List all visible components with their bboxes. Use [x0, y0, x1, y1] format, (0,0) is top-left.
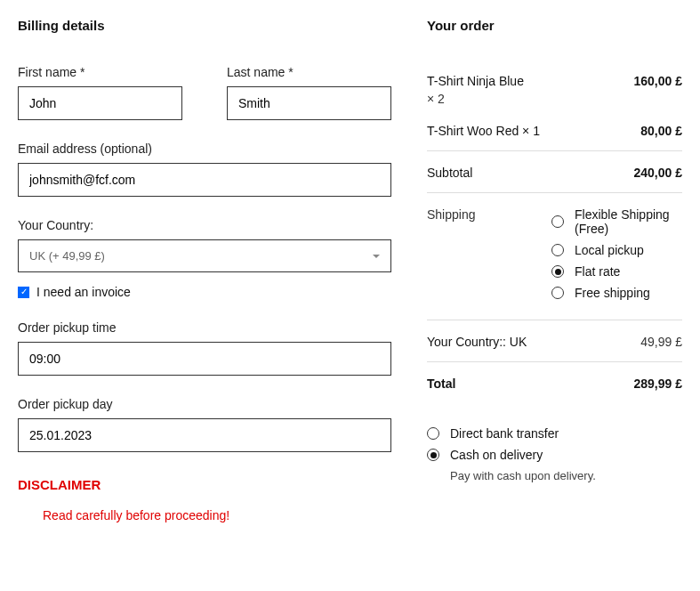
order-item-qty: × 2 [427, 92, 524, 106]
radio-icon [551, 215, 564, 228]
shipping-option-label: Free shipping [575, 286, 650, 300]
invoice-checkbox[interactable]: ✓ [18, 287, 29, 298]
billing-heading: Billing details [18, 18, 391, 33]
order-item-price: 80,00 £ [640, 124, 682, 138]
radio-icon [427, 449, 439, 461]
order-heading: Your order [427, 18, 682, 33]
shipping-option-label: Flexible Shipping (Free) [575, 207, 682, 236]
country-select[interactable]: UK (+ 49,99 £) [18, 239, 391, 272]
subtotal-value: 240,00 £ [634, 166, 683, 180]
order-item-price: 160,00 £ [634, 74, 683, 88]
order-item-name: T-Shirt Woo Red × 1 [427, 124, 540, 138]
invoice-label: I need an invoice [36, 285, 131, 299]
shipping-option-local-pickup[interactable]: Local pickup [551, 243, 682, 257]
shipping-option-label: Flat rate [575, 264, 620, 279]
shipping-option-flexible[interactable]: Flexible Shipping (Free) [551, 207, 682, 236]
payment-option-bank-transfer[interactable]: Direct bank transfer [427, 426, 682, 441]
radio-icon [427, 427, 439, 440]
first-name-label: First name * [18, 65, 182, 79]
shipping-option-free[interactable]: Free shipping [551, 286, 682, 300]
chevron-down-icon [373, 255, 380, 258]
total-label: Total [427, 376, 455, 391]
radio-icon [551, 287, 564, 299]
country-selected-value: UK (+ 49,99 £) [29, 249, 105, 263]
shipping-option-label: Local pickup [575, 243, 644, 257]
country-label: Your Country: [18, 218, 391, 232]
shipping-label: Shipping [427, 207, 551, 222]
country-fee-label: Your Country:: UK [427, 335, 527, 349]
pickup-time-label: Order pickup time [18, 320, 391, 335]
last-name-label: Last name * [227, 65, 391, 79]
total-value: 289,99 £ [634, 376, 683, 391]
radio-icon [551, 265, 564, 278]
pickup-day-label: Order pickup day [18, 397, 391, 411]
subtotal-label: Subtotal [427, 166, 472, 180]
radio-icon [551, 244, 564, 256]
payment-option-label: Direct bank transfer [450, 426, 559, 441]
country-fee-value: 49,99 £ [640, 335, 682, 349]
email-label: Email address (optional) [18, 142, 391, 156]
disclaimer-title: DISCLAIMER [18, 477, 391, 492]
pickup-day-input[interactable] [18, 418, 391, 452]
order-item-name: T-Shirt Ninja Blue [427, 74, 524, 88]
payment-note: Pay with cash upon delivery. [450, 469, 682, 482]
first-name-input[interactable] [18, 86, 182, 120]
email-input[interactable] [18, 163, 391, 197]
payment-option-cash-on-delivery[interactable]: Cash on delivery [427, 448, 682, 462]
shipping-option-flat-rate[interactable]: Flat rate [551, 264, 682, 279]
payment-option-label: Cash on delivery [450, 448, 543, 462]
disclaimer-text: Read carefully before proceeding! [43, 508, 391, 522]
last-name-input[interactable] [227, 86, 391, 120]
pickup-time-input[interactable] [18, 342, 391, 376]
